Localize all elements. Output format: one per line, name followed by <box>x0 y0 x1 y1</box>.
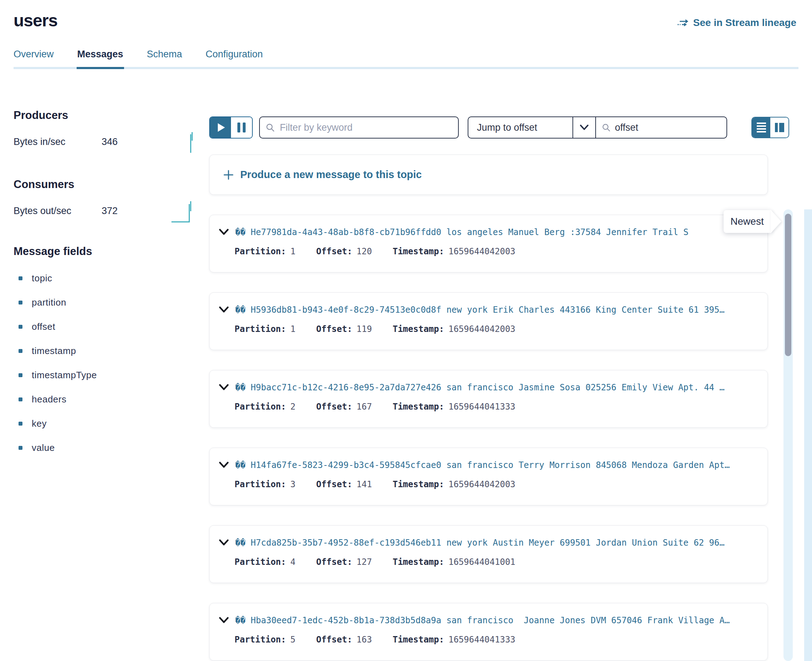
pause-button[interactable] <box>231 117 252 138</box>
produce-message-label: Produce a new message to this topic <box>240 169 422 180</box>
offset-search <box>595 117 727 139</box>
page-scrollbar-track[interactable] <box>804 209 812 661</box>
offset-label: Offset: <box>316 246 352 256</box>
field-label: timestampType <box>32 370 97 381</box>
list-view-button[interactable] <box>752 118 770 137</box>
partition-value: 4 <box>290 557 296 567</box>
field-bullet-icon <box>19 422 22 426</box>
message-fields-list: topic partition offset timestamp timesta… <box>14 273 196 453</box>
newest-tooltip: Newest <box>724 210 770 233</box>
live-consume-toggle <box>209 117 253 139</box>
offset-label: Offset: <box>316 635 352 645</box>
message-card[interactable]: �� He77981da-4a43-48ab-b8f8-cb71b96ffdd0… <box>209 215 768 273</box>
split-view-icon <box>775 123 784 132</box>
message-meta: Partition: 1 Offset: 120 Timestamp: 1659… <box>235 246 760 256</box>
list-view-icon <box>757 123 766 133</box>
bytes-out-value: 372 <box>102 206 118 217</box>
tab-bar: Overview Messages Schema Configuration <box>14 49 798 69</box>
message-field-item[interactable]: timestampType <box>14 370 196 380</box>
partition-value: 2 <box>290 402 296 412</box>
partition-label: Partition: <box>235 324 286 334</box>
offset-label: Offset: <box>316 557 352 567</box>
page-title: users <box>14 11 58 30</box>
partition-label: Partition: <box>235 557 286 567</box>
partition-value: 1 <box>290 246 296 256</box>
field-bullet-icon <box>19 300 22 305</box>
timestamp-value: 1659644041333 <box>448 635 516 645</box>
message-field-item[interactable]: timestamp <box>14 346 196 356</box>
pause-icon <box>237 123 246 133</box>
message-meta: Partition: 5 Offset: 163 Timestamp: 1659… <box>235 635 760 645</box>
message-field-item[interactable]: headers <box>14 394 196 404</box>
message-card[interactable]: �� Hba30eed7-1edc-452b-8b1a-738d3b5d8a9a… <box>209 603 768 661</box>
message-key-preview: �� He77981da-4a43-48ab-b8f8-cb71b96ffdd0… <box>235 227 689 237</box>
field-bullet-icon <box>19 349 22 353</box>
stream-lineage-link[interactable]: See in Stream lineage <box>677 17 796 29</box>
message-meta: Partition: 3 Offset: 141 Timestamp: 1659… <box>235 479 760 489</box>
timestamp-value: 1659644042003 <box>448 479 516 489</box>
offset-search-input[interactable] <box>615 122 721 133</box>
field-label: key <box>32 418 47 429</box>
message-card[interactable]: �� H5936db81-b943-4e0f-8c29-74513e0c0d8f… <box>209 292 768 350</box>
offset-value: 127 <box>356 557 372 567</box>
topic-messages-page: users See in Stream lineage Overview Mes… <box>0 0 812 661</box>
field-label: partition <box>32 297 66 308</box>
message-key-preview: �� Hba30eed7-1edc-452b-8b1a-738d3b5d8a9a… <box>235 615 730 625</box>
tab-configuration[interactable]: Configuration <box>206 49 263 69</box>
timestamp-label: Timestamp: <box>392 557 444 567</box>
keyword-filter <box>259 117 459 139</box>
play-icon <box>218 123 225 132</box>
partition-value: 5 <box>290 635 296 645</box>
chevron-down-icon <box>573 124 595 131</box>
message-field-item[interactable]: topic <box>14 273 196 283</box>
field-bullet-icon <box>19 446 22 450</box>
field-bullet-icon <box>19 398 22 401</box>
message-meta: Partition: 1 Offset: 119 Timestamp: 1659… <box>235 324 760 334</box>
produce-message-button[interactable]: Produce a new message to this topic <box>209 155 768 195</box>
bytes-in-sparkline <box>186 130 196 153</box>
timestamp-label: Timestamp: <box>392 402 444 412</box>
view-mode-toggle <box>751 117 789 138</box>
message-fields-heading: Message fields <box>14 245 196 258</box>
bytes-out-sparkline <box>171 198 196 223</box>
split-view-button[interactable] <box>770 118 788 137</box>
expand-chevron-icon[interactable] <box>219 306 229 313</box>
tab-messages[interactable]: Messages <box>77 49 123 69</box>
search-icon <box>266 123 275 133</box>
messages-toolbar: Jump to offset <box>209 117 789 139</box>
message-field-item[interactable]: partition <box>14 298 196 307</box>
offset-search-icon <box>602 123 610 133</box>
jump-to-offset-select[interactable]: Jump to offset <box>468 117 596 139</box>
timestamp-label: Timestamp: <box>392 324 444 334</box>
message-field-item[interactable]: value <box>14 443 196 453</box>
expand-chevron-icon[interactable] <box>219 384 229 391</box>
message-card[interactable]: �� H7cda825b-35b7-4952-88ef-c193d546eb11… <box>209 525 768 583</box>
bytes-in-label: Bytes in/sec <box>14 136 102 147</box>
tab-overview[interactable]: Overview <box>14 49 54 69</box>
timestamp-value: 1659644041001 <box>448 557 516 567</box>
expand-chevron-icon[interactable] <box>219 539 229 546</box>
message-card[interactable]: �� H9bacc71c-b12c-4216-8e95-2a7da727e426… <box>209 370 768 428</box>
message-list-scrollbar-thumb[interactable] <box>785 214 791 356</box>
keyword-filter-input[interactable] <box>280 122 452 133</box>
expand-chevron-icon[interactable] <box>219 228 229 236</box>
play-button[interactable] <box>210 117 231 138</box>
offset-label: Offset: <box>316 402 352 412</box>
jump-to-offset-value: Jump to offset <box>468 122 572 133</box>
message-card[interactable]: �� H14fa67fe-5823-4299-b3c4-595845cfcae0… <box>209 448 768 505</box>
jump-to-offset-group: Jump to offset <box>468 117 727 139</box>
field-label: topic <box>32 273 52 284</box>
main-panel: Jump to offset <box>196 69 789 661</box>
producers-heading: Producers <box>14 109 196 122</box>
timestamp-label: Timestamp: <box>392 246 444 256</box>
field-bullet-icon <box>19 373 22 377</box>
message-field-item[interactable]: key <box>14 419 196 428</box>
message-list-scrollbar-track[interactable] <box>783 209 793 661</box>
offset-value: 167 <box>356 402 372 412</box>
timestamp-value: 1659644041333 <box>448 402 516 412</box>
message-field-item[interactable]: offset <box>14 322 196 332</box>
expand-chevron-icon[interactable] <box>219 617 229 624</box>
expand-chevron-icon[interactable] <box>219 461 229 469</box>
field-label: value <box>32 442 55 453</box>
tab-schema[interactable]: Schema <box>147 49 182 69</box>
